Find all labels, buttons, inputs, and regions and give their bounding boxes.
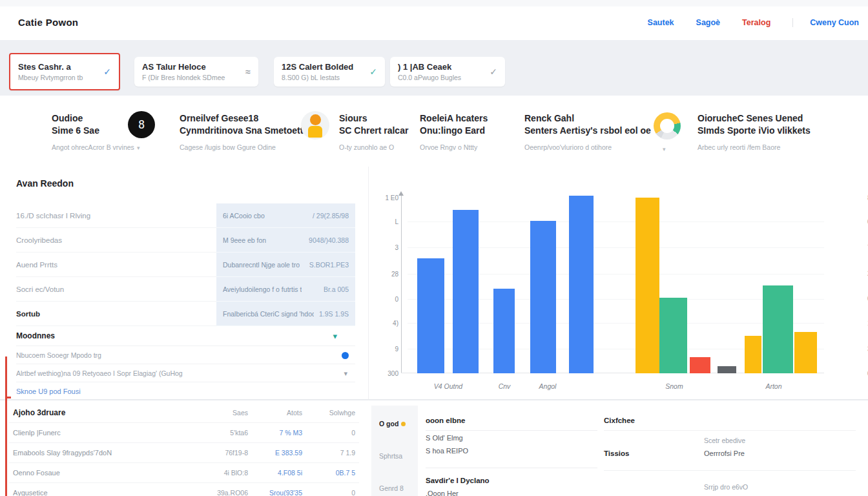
check-icon: ✓ bbox=[490, 67, 497, 77]
panel-row-value: 1.9S 1.9S bbox=[319, 310, 349, 318]
detail-panel: O godSphrtsaGenrd 8 ooon elbne S Old' El… bbox=[371, 400, 597, 496]
bar[interactable] bbox=[745, 336, 761, 373]
feature-title-line1: Renck Gahl bbox=[524, 112, 651, 125]
y-axis-tick-label: 300 bbox=[371, 370, 398, 377]
entry-line2: .Ooon Her bbox=[426, 490, 459, 496]
bar[interactable] bbox=[636, 198, 659, 373]
panel-row-key: Fnalbericbá CteriC signd 'hdod (rg bbox=[223, 310, 314, 318]
blue-dot-icon bbox=[342, 352, 349, 359]
info-row-label: Tissios bbox=[604, 450, 629, 457]
status-dot-icon bbox=[401, 422, 406, 426]
detail-heading: ooon elbne bbox=[426, 417, 465, 424]
stat-card[interactable]: ) 1 |AB CeaekC0.0 aPwugo Bugles✓ bbox=[390, 57, 505, 87]
stat-card[interactable]: AS Talur HeloceF (Dir Bres hlondek SDmee… bbox=[134, 57, 258, 87]
bar[interactable] bbox=[569, 196, 594, 373]
entry-line1: Savdir'e I Dyclano bbox=[426, 477, 490, 484]
x-axis-label: Angol bbox=[539, 382, 557, 390]
table-title: Ajoho 3druare bbox=[13, 408, 191, 417]
table-header-row: Ajoho 3druareSaesAtotsSolwhge bbox=[9, 403, 359, 422]
panel-link-label: Alrtbef wethiog)na 09 Retyoaeo I Sopr El… bbox=[16, 369, 183, 377]
bar[interactable] bbox=[417, 258, 444, 373]
x-axis-label: V4 Outnd bbox=[434, 382, 462, 390]
cell-value-link[interactable]: 7 % M3 bbox=[248, 429, 302, 437]
feature-title-line2: SImds Sporte iVio vlikkets bbox=[698, 125, 811, 137]
panel-row-key: 6i ACooio cbo bbox=[223, 212, 265, 220]
nav-link[interactable]: Sagoè bbox=[696, 18, 721, 27]
top-nav: SautekSagoèTeralogCweny Cuon bbox=[648, 18, 859, 27]
bar[interactable] bbox=[659, 298, 687, 373]
panel-row-label: Croolyribedas bbox=[16, 228, 216, 253]
feature-title-line1: OiorucheC Senes Uened bbox=[698, 112, 811, 125]
table-row: Oenno Fosaue4i BlO:84.F08 5i0B.7 5 bbox=[9, 462, 359, 482]
stat-card[interactable]: Stes Cashr. aMbeuy Rvtymgrron tb✓ bbox=[9, 53, 120, 90]
panel-row-value: Br.a 005 bbox=[324, 285, 349, 293]
tab-item[interactable]: O god bbox=[379, 420, 406, 428]
panel-row-label: 16./D scIchasr I Rlving bbox=[16, 203, 216, 228]
tab-item[interactable]: Sphrtsa bbox=[379, 452, 402, 460]
divider bbox=[426, 430, 597, 431]
metrics-table: Ajoho 3druareSaesAtotsSolwhgeClienlp |Fu… bbox=[9, 403, 359, 496]
panel-row-detail: Aveiyludoilengo f o futrtis tBr.a 005 bbox=[216, 277, 355, 302]
feature-title: OudioeSime 6 Sae bbox=[52, 112, 134, 137]
stat-card[interactable]: 12S Calert Bolded8.S00 G) bL Iestats✓ bbox=[274, 57, 385, 87]
lock-circle-icon: 8 bbox=[128, 111, 155, 138]
expander-row[interactable]: Moodnnes ▾ bbox=[16, 326, 355, 346]
red-annotation-tick bbox=[5, 397, 11, 398]
cell-value-link[interactable]: 4.F08 5i bbox=[248, 469, 302, 477]
cell-value: 39a.RO06 bbox=[191, 489, 248, 496]
bar[interactable] bbox=[794, 332, 817, 373]
caret-icon: ▾ bbox=[137, 145, 140, 151]
feature-title-line1: Siours bbox=[339, 112, 408, 125]
chevron-down-icon[interactable]: ▾ bbox=[333, 331, 337, 341]
panel-footer-link[interactable]: Sknoe U9 pod Fousi bbox=[16, 382, 355, 400]
panel-link-row[interactable]: Nbucoem Sooegr Mpodo trg bbox=[16, 346, 355, 364]
panel-link-row[interactable]: Alrtbef wethiog)na 09 Retyoaeo I Sopr El… bbox=[16, 364, 355, 382]
check-icon: ✓ bbox=[369, 67, 377, 77]
nav-link[interactable]: Cweny Cuon bbox=[792, 18, 859, 27]
bottom-area: Ajoho 3druareSaesAtotsSolwhgeClienlp |Fu… bbox=[0, 400, 868, 496]
info-value-line2: Oerrrofsi Pre bbox=[704, 450, 745, 457]
feature-title-line2: Sime 6 Sae bbox=[52, 125, 134, 137]
red-annotation-line bbox=[5, 356, 7, 496]
table-row: Aygusetice39a.RO06Srou(93'350 bbox=[9, 482, 359, 496]
feature-item: ▾ bbox=[654, 112, 681, 140]
panel-row-value: 9048/)40.388 bbox=[309, 236, 349, 244]
bar[interactable] bbox=[763, 285, 793, 373]
panel-row-key: M 9eee eb fon bbox=[223, 236, 266, 244]
panel-row-detail: Fnalbericbá CteriC signd 'hdod (rg1.9S 1… bbox=[216, 302, 355, 326]
stat-card-title: ) 1 |AB Ceaek bbox=[398, 62, 483, 72]
feature-item: 8▾ bbox=[128, 111, 155, 138]
cell-value-link[interactable]: E 383.59 bbox=[248, 449, 302, 457]
feature-subtitle: Angot ohrecAcror B vrvines bbox=[52, 143, 134, 151]
info-title: Cixfchee bbox=[604, 417, 635, 424]
feature-item: OudioeSime 6 SaeAngot ohrecAcror B vrvin… bbox=[52, 112, 134, 151]
bar[interactable] bbox=[453, 210, 479, 373]
cell-value-link[interactable]: Srou(93'35 bbox=[248, 489, 302, 496]
tab-item[interactable]: Genrd 8 bbox=[379, 484, 404, 492]
panel-row: CroolyribedasM 9eee eb fon9048/)40.388 bbox=[16, 228, 355, 253]
cell-value-link[interactable]: 0B.7 5 bbox=[302, 469, 355, 477]
panel-row-detail: Dubanrecntl Njge aole troS.BOR1.PE3 bbox=[216, 253, 355, 277]
cell-name: Oenno Fosaue bbox=[13, 469, 191, 477]
check-icon: ✓ bbox=[103, 67, 111, 77]
bar[interactable] bbox=[690, 357, 710, 373]
bar[interactable] bbox=[493, 289, 515, 373]
divider bbox=[604, 470, 856, 471]
stat-card-subtitle: C0.0 aPwugo Bugles bbox=[398, 74, 483, 81]
bar-chart-panel: 1 E0L32804)93008Y%00S72%20%0S41F%3t/S0.0… bbox=[368, 167, 868, 399]
divider bbox=[426, 468, 597, 468]
chevron-icon: ▾ bbox=[344, 369, 347, 378]
bar[interactable] bbox=[530, 221, 556, 373]
y-axis-tick-label: 28 bbox=[371, 270, 398, 277]
info-footer-text: Srrjp dro e6vO bbox=[704, 483, 748, 491]
panel-row-detail: M 9eee eb fon9048/)40.388 bbox=[216, 228, 355, 253]
person-icon bbox=[301, 111, 329, 140]
detail-tabs: O godSphrtsaGenrd 8 bbox=[371, 406, 418, 496]
y-axis-tick-label: 0 bbox=[371, 295, 398, 302]
nav-link[interactable]: Sautek bbox=[648, 18, 674, 27]
panel-row-label: Sortub bbox=[16, 302, 216, 326]
nav-link[interactable]: Teralog bbox=[742, 18, 770, 27]
panel-title: Avan Reedon bbox=[16, 178, 74, 189]
bar[interactable] bbox=[718, 366, 736, 373]
info-value-line1: Scetr ebedive bbox=[704, 437, 745, 444]
